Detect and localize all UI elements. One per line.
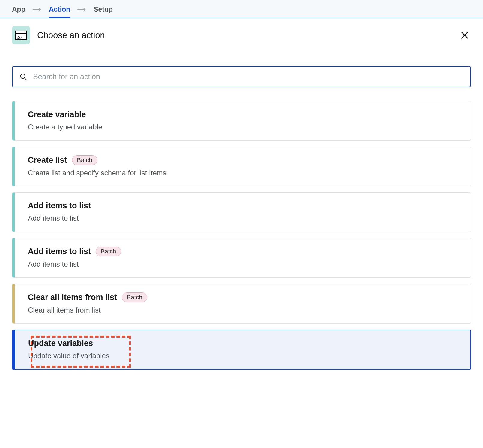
search-field[interactable] [12,66,471,87]
action-title: Create variable [28,110,86,119]
action-title-row: Create listBatch [28,155,458,165]
action-description: Update value of variables [28,352,457,360]
batch-badge: Batch [72,155,98,165]
card-body: Clear all items from listBatchClear all … [15,284,471,323]
action-description: Clear all items from list [28,306,458,314]
breadcrumb-bar: App Action Setup [0,0,483,18]
action-description: Add items to list [28,260,458,268]
action-card[interactable]: Update variablesUpdate value of variable… [12,330,471,370]
card-stripe [12,193,15,232]
action-title: Update variables [28,339,93,348]
card-body: Create listBatchCreate list and specify … [15,147,471,186]
action-description: Create list and specify schema for list … [28,169,458,177]
action-list: Create variableCreate a typed variableCr… [12,101,471,370]
batch-badge: Batch [96,247,121,256]
action-title-row: Create variable [28,110,458,119]
card-stripe [13,330,15,369]
search-input[interactable] [32,72,463,81]
svg-line-5 [25,78,26,80]
panel-body: Create variableCreate a typed variableCr… [0,52,483,388]
breadcrumb-setup[interactable]: Setup [94,5,113,14]
close-button[interactable] [460,31,469,40]
action-card[interactable]: Clear all items from listBatchClear all … [12,284,471,324]
action-title-row: Clear all items from listBatch [28,292,458,302]
arrow-right-icon [32,7,42,12]
card-body: Add items to listAdd items to list [15,193,471,232]
action-description: Add items to list [28,214,458,222]
action-title: Create list [28,156,67,165]
panel-header: (x) Choose an action [0,18,483,52]
variables-app-icon: (x) [12,26,30,44]
card-body: Add items to listBatchAdd items to list [15,238,471,277]
card-stripe [12,101,15,140]
batch-badge: Batch [122,292,147,302]
action-card[interactable]: Create variableCreate a typed variable [12,101,471,141]
card-stripe [12,284,15,323]
action-title-row: Add items to list [28,201,458,210]
search-icon [20,73,27,80]
arrow-right-icon [77,7,87,12]
action-title: Add items to list [28,247,91,256]
card-body: Update variablesUpdate value of variable… [15,330,470,369]
action-card[interactable]: Add items to listBatchAdd items to list [12,238,471,278]
breadcrumb-action[interactable]: Action [49,5,70,14]
action-title: Clear all items from list [28,293,117,302]
svg-point-4 [21,74,25,78]
page-title: Choose an action [37,30,105,40]
action-title: Add items to list [28,201,91,210]
action-card[interactable]: Add items to listAdd items to list [12,192,471,232]
card-body: Create variableCreate a typed variable [15,101,471,140]
action-card[interactable]: Create listBatchCreate list and specify … [12,147,471,186]
action-title-row: Update variables [28,339,457,348]
card-stripe [12,147,15,186]
action-description: Create a typed variable [28,123,458,131]
breadcrumb-app[interactable]: App [12,5,26,14]
action-title-row: Add items to listBatch [28,247,458,256]
card-stripe [12,238,15,277]
